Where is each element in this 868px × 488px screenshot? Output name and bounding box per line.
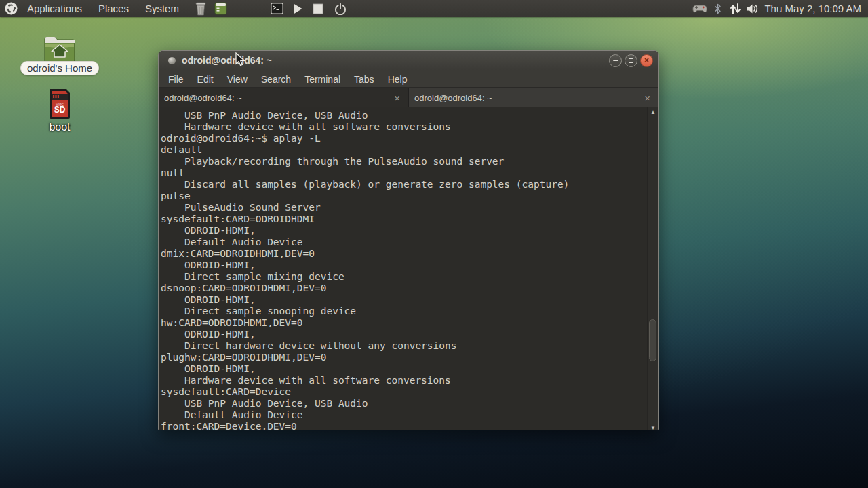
terminal-content-area[interactable]: USB PnP Audio Device, USB Audio Hardware… — [159, 107, 658, 430]
minimize-button[interactable] — [609, 54, 622, 67]
menu-view[interactable]: View — [220, 70, 254, 87]
window-controls: × — [609, 54, 653, 67]
terminal-window: odroid@odroid64: ~ × File Edit View Sear… — [158, 50, 659, 430]
panel-menus: Applications Places System — [19, 0, 187, 17]
distro-menu-logo-icon[interactable] — [3, 0, 19, 17]
file-manager-icon[interactable] — [213, 1, 229, 16]
trash-icon[interactable] — [193, 1, 209, 16]
system-menu[interactable]: System — [137, 0, 187, 17]
svg-text:SD: SD — [54, 105, 66, 115]
top-panel: Applications Places System — [0, 0, 868, 17]
menu-search[interactable]: Search — [254, 70, 298, 87]
scrollbar-thumb[interactable] — [649, 319, 656, 361]
tab-bar: odroid@odroid64: ~ × odroid@odroid64: ~ … — [159, 88, 658, 107]
tab-2-inactive[interactable]: odroid@odroid64: ~ × — [408, 88, 658, 107]
tab-1-active[interactable]: odroid@odroid64: ~ × — [159, 88, 408, 107]
desktop-icon-boot[interactable]: MMC SD boot — [16, 88, 104, 134]
scroll-up-icon[interactable]: ▲ — [648, 107, 658, 117]
bluetooth-icon[interactable] — [710, 1, 725, 16]
window-menubar: File Edit View Search Terminal Tabs Help — [159, 70, 658, 88]
menu-help[interactable]: Help — [381, 70, 414, 87]
scroll-down-icon[interactable]: ▼ — [648, 423, 658, 430]
window-titlebar[interactable]: odroid@odroid64: ~ × — [159, 51, 658, 70]
sd-card-icon: MMC SD — [47, 88, 73, 119]
play-icon[interactable] — [290, 1, 306, 16]
stop-icon[interactable] — [310, 1, 326, 16]
network-arrows-icon[interactable] — [728, 1, 743, 16]
tab-2-label: odroid@odroid64: ~ — [414, 93, 642, 103]
desktop-icon-home[interactable]: odroid's Home — [16, 34, 104, 75]
maximize-button[interactable] — [625, 54, 637, 67]
volume-icon[interactable] — [745, 1, 760, 16]
shutdown-icon[interactable] — [332, 1, 349, 16]
desktop-icon-boot-label: boot — [49, 121, 70, 134]
menu-terminal[interactable]: Terminal — [298, 70, 347, 87]
terminal-output[interactable]: USB PnP Audio Device, USB Audio Hardware… — [159, 107, 647, 430]
window-title: odroid@odroid64: ~ — [182, 55, 609, 66]
desktop-icon-home-label: odroid's Home — [20, 61, 99, 75]
menu-tabs[interactable]: Tabs — [347, 70, 381, 87]
home-folder-icon — [43, 34, 77, 64]
tab-1-label: odroid@odroid64: ~ — [164, 93, 392, 103]
window-app-icon — [168, 57, 176, 64]
close-button[interactable]: × — [640, 54, 653, 67]
menu-file[interactable]: File — [161, 70, 191, 87]
tab-1-close-icon[interactable]: × — [392, 92, 402, 104]
terminal-icon[interactable] — [269, 1, 285, 16]
places-menu[interactable]: Places — [90, 0, 137, 17]
applications-menu[interactable]: Applications — [19, 0, 90, 17]
gamepad-icon[interactable] — [692, 1, 707, 16]
scrollbar[interactable]: ▲ ▼ — [647, 107, 658, 430]
tab-2-close-icon[interactable]: × — [642, 92, 652, 104]
menu-edit[interactable]: Edit — [191, 70, 220, 87]
panel-clock[interactable]: Thu May 2, 10:09 AM — [762, 3, 868, 14]
